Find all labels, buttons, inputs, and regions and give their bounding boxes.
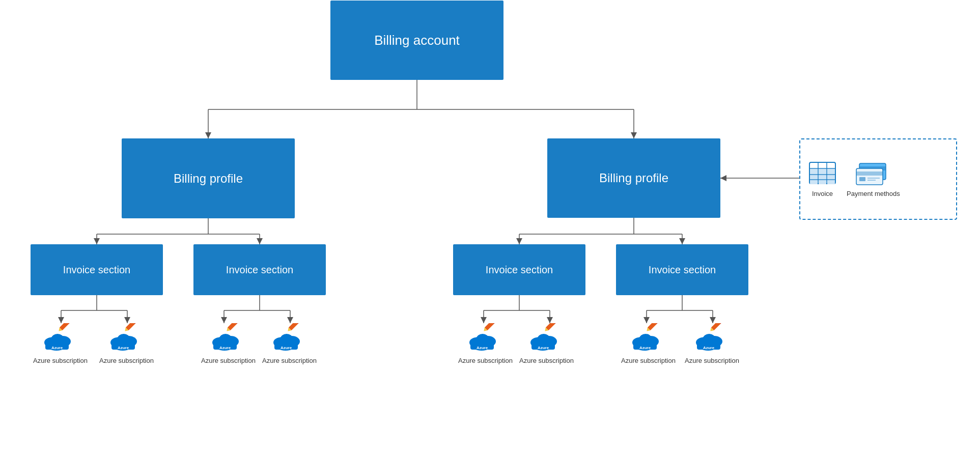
svg-marker-13: [257, 238, 263, 244]
svg-rect-125: [810, 169, 818, 174]
callout-invoice: Invoice: [808, 161, 836, 197]
diagram-container: Billing account Billing profile Billing …: [0, 0, 980, 457]
svg-point-95: [538, 334, 550, 343]
azure-subscription-icon-6: Azure: [528, 323, 564, 354]
svg-point-86: [477, 334, 489, 343]
azure-node-5: Azure Azure subscription: [458, 323, 513, 364]
svg-rect-126: [819, 169, 826, 174]
azure-node-7: Azure Azure subscription: [621, 323, 676, 364]
azure-label-3: Azure subscription: [201, 357, 256, 364]
invoice-icon: [808, 161, 836, 187]
svg-marker-26: [124, 317, 130, 323]
callout-payment: Payment methods: [847, 161, 900, 197]
billing-account-box: Billing account: [330, 1, 503, 80]
svg-point-59: [118, 334, 130, 343]
invoice-section-4-box: Invoice section: [616, 244, 748, 295]
svg-marker-44: [710, 317, 716, 323]
azure-label-5: Azure subscription: [458, 357, 513, 364]
svg-point-68: [219, 334, 232, 343]
svg-rect-132: [819, 180, 826, 184]
svg-text:Azure: Azure: [477, 346, 488, 350]
svg-rect-137: [856, 172, 883, 176]
svg-marker-36: [481, 317, 487, 323]
svg-rect-129: [819, 175, 826, 179]
svg-point-50: [51, 334, 64, 343]
billing-profile-left-box: Billing profile: [122, 138, 295, 218]
svg-text:Azure: Azure: [118, 346, 129, 350]
svg-marker-3: [205, 132, 211, 138]
svg-rect-127: [827, 169, 835, 174]
azure-subscription-icon-3: Azure: [210, 323, 246, 354]
svg-marker-42: [643, 317, 650, 323]
azure-subscription-icon-7: Azure: [630, 323, 666, 354]
azure-label-8: Azure subscription: [685, 357, 739, 364]
azure-subscription-icon-2: Azure: [108, 323, 144, 354]
svg-text:Azure: Azure: [219, 346, 231, 350]
azure-node-2: Azure Azure subscription: [99, 323, 154, 364]
azure-label-4: Azure subscription: [262, 357, 317, 364]
azure-label-2: Azure subscription: [99, 357, 154, 364]
svg-rect-128: [810, 175, 818, 179]
invoice-section-3-box: Invoice section: [453, 244, 585, 295]
svg-text:Azure: Azure: [538, 346, 549, 350]
svg-marker-24: [58, 317, 64, 323]
svg-marker-20: [679, 238, 685, 244]
svg-marker-38: [547, 317, 553, 323]
svg-text:Azure: Azure: [703, 346, 715, 350]
invoice-section-1-box: Invoice section: [31, 244, 163, 295]
callout-box: Invoice Payment methods: [799, 138, 957, 220]
svg-marker-6: [631, 132, 637, 138]
svg-text:Azure: Azure: [281, 346, 292, 350]
svg-point-113: [703, 334, 715, 343]
azure-node-4: Azure Azure subscription: [262, 323, 317, 364]
svg-rect-136: [856, 168, 883, 185]
azure-label-6: Azure subscription: [519, 357, 574, 364]
svg-marker-46: [720, 175, 726, 181]
azure-node-8: Azure Azure subscription: [685, 323, 739, 364]
svg-rect-130: [827, 175, 835, 179]
svg-marker-17: [516, 238, 522, 244]
azure-subscription-icon-1: Azure: [42, 323, 78, 354]
svg-point-77: [281, 334, 293, 343]
payment-methods-icon: [855, 161, 891, 187]
svg-text:Azure: Azure: [639, 346, 651, 350]
svg-rect-138: [859, 177, 865, 181]
svg-rect-133: [827, 180, 835, 184]
azure-subscription-icon-5: Azure: [467, 323, 503, 354]
svg-marker-32: [287, 317, 293, 323]
azure-label-1: Azure subscription: [33, 357, 88, 364]
azure-label-7: Azure subscription: [621, 357, 676, 364]
svg-marker-30: [221, 317, 227, 323]
svg-text:Azure: Azure: [51, 346, 63, 350]
invoice-section-2-box: Invoice section: [193, 244, 326, 295]
svg-marker-10: [94, 238, 100, 244]
billing-profile-right-box: Billing profile: [547, 138, 720, 218]
svg-point-104: [639, 334, 652, 343]
azure-node-1: Azure Azure subscription: [33, 323, 88, 364]
svg-rect-131: [810, 180, 818, 184]
azure-node-3: Azure Azure subscription: [201, 323, 256, 364]
callout-invoice-label: Invoice: [812, 190, 833, 197]
azure-node-6: Azure Azure subscription: [519, 323, 574, 364]
azure-subscription-icon-4: Azure: [271, 323, 307, 354]
callout-payment-label: Payment methods: [847, 190, 900, 197]
azure-subscription-icon-8: Azure: [694, 323, 730, 354]
